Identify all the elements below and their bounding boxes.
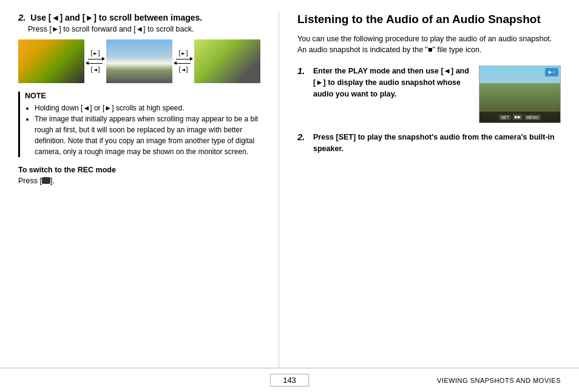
note-box: NOTE Holding down [◄] or [►] scrolls at … [18,92,260,157]
note-item-1: Holding down [◄] or [►] scrolls at high … [35,103,260,113]
overlay-btn2: ▶▶ [513,114,523,120]
back-bracket: [◄] [90,66,101,73]
mountain-image [106,39,172,83]
scroll-arrows-right: [►] [◄] [176,50,191,73]
section-title: Listening to the Audio of an Audio Snaps… [297,12,561,27]
image-scroll-demo: [►] [◄] [►] [18,39,260,83]
note-item-2: The image that initially appears when sc… [35,113,260,157]
overlay-menu-btn: MENU [524,115,541,120]
footer: 143 VIEWING SNAPSHOTS AND MOVIES [0,368,579,392]
step2-subtext: Press [►] to scroll forward and [◄] to s… [18,25,260,33]
step1-number: 1. [297,66,307,76]
step2-right-content: Press [SET] to play the snapshot's audio… [313,132,561,155]
audio-snapshot-image: ▶ ▪ SET ▶▶ MENU [479,66,561,123]
rec-mode-title: To switch to the REC mode [18,166,260,174]
step2-header: 2. Use [◄] and [►] to scroll between ima… [18,12,260,22]
step2-right-row: 2. Press [SET] to play the snapshot's au… [297,132,561,155]
footer-right-text: VIEWING SNAPSHOTS AND MOVIES [437,377,561,384]
note-list: Holding down [◄] or [►] scrolls at high … [25,103,260,157]
right-column: Listening to the Audio of an Audio Snaps… [279,12,579,368]
section-intro: You can use the following procedure to p… [297,33,561,56]
content-area: 2. Use [◄] and [►] to scroll between ima… [0,0,579,368]
scroll-arrows-left: [►] [◄] [88,50,103,73]
step1-row: 1. Enter the PLAY mode and then use [◄] … [297,66,561,123]
camera-icon [42,177,50,184]
overlay-set-btn: SET [499,115,511,120]
forward-bracket: [►] [90,50,101,56]
step1-text: Enter the PLAY mode and then use [◄] and… [313,66,473,100]
rec-mode-text: Press []. [18,177,260,185]
arrow-right-line [88,59,103,59]
step2-right-number: 2. [297,132,307,142]
audio-icon: ▶ ▪ [545,68,558,76]
note-title: NOTE [25,92,260,100]
sunflower-image [18,39,84,83]
page: 2. Use [◄] and [►] to scroll between ima… [0,0,579,392]
step2-heading: Use [◄] and [►] to scroll between images… [30,13,202,22]
image-overlay: SET ▶▶ MENU [479,112,560,123]
forward-bracket2: [►] [178,50,189,56]
page-number: 143 [270,374,309,387]
arrow-left-line2 [176,63,191,64]
rec-mode-section: To switch to the REC mode Press []. [18,166,260,185]
left-column: 2. Use [◄] and [►] to scroll between ima… [0,12,279,368]
dragonfly-image [194,39,260,83]
back-bracket2: [◄] [178,66,189,73]
arrow-right-line2 [176,59,191,59]
step2-number: 2. [18,12,26,22]
step1-content: Enter the PLAY mode and then use [◄] and… [313,66,473,100]
arrow-left-line [88,63,103,64]
step2-right-text: Press [SET] to play the snapshot's audio… [313,132,561,155]
